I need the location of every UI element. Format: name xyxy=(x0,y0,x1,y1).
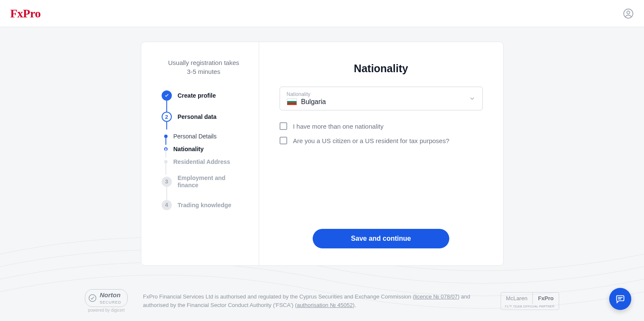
check-icon xyxy=(162,90,172,101)
sidebar: Usually registration takes 3-5 minutes C… xyxy=(141,42,259,265)
step-label: Employment and finance xyxy=(178,175,246,189)
us-citizen-checkbox[interactable] xyxy=(280,137,287,144)
svg-point-1 xyxy=(627,11,630,14)
user-icon[interactable] xyxy=(623,8,634,19)
legal-pre: FxPro Financial Services Ltd is authoris… xyxy=(143,293,414,300)
substep-residential-address[interactable]: Residential Address xyxy=(162,158,246,165)
checkbox-label: Are you a US citizen or a US resident fo… xyxy=(293,137,450,144)
step-label: Create profile xyxy=(178,92,216,99)
page-title: Nationality xyxy=(280,62,483,75)
legal-post: ). xyxy=(353,302,356,308)
flag-icon xyxy=(287,99,297,105)
partner-sub: F1™ TEAM OFFICIAL PARTNER xyxy=(505,304,554,310)
step-number-badge: 4 xyxy=(162,200,172,210)
step-trading-knowledge[interactable]: 4 Trading knowledge xyxy=(162,200,246,210)
substep-personal-details[interactable]: Personal Details xyxy=(162,133,246,140)
footer: Norton SECURED powered by digicert FxPro… xyxy=(0,289,644,313)
sidebar-intro: Usually registration takes 3-5 minutes xyxy=(162,58,246,76)
substep-label: Personal Details xyxy=(174,133,217,140)
licence-link[interactable]: licence № 078/07 xyxy=(414,293,457,300)
brand-logo[interactable]: FxPro xyxy=(10,7,41,20)
select-label: Nationality xyxy=(287,91,326,97)
chat-button[interactable] xyxy=(609,288,631,310)
substep-nationality[interactable]: Nationality xyxy=(162,146,246,152)
shield-check-icon xyxy=(88,293,97,303)
substep-label: Residential Address xyxy=(174,158,230,165)
multi-nationality-checkbox[interactable] xyxy=(280,122,287,130)
chat-icon xyxy=(615,293,626,304)
norton-powered-by: powered by digicert xyxy=(88,308,125,313)
step-label: Trading knowledge xyxy=(178,202,232,208)
partner-badge: McLaren FxPro F1™ TEAM OFFICIAL PARTNER xyxy=(501,292,559,310)
checkbox-label: I have more than one nationality xyxy=(293,123,384,130)
header: FxPro xyxy=(0,0,644,27)
select-value: Bulgaria xyxy=(301,98,326,106)
step-employment-finance[interactable]: 3 Employment and finance xyxy=(162,175,246,189)
save-continue-button[interactable]: Save and continue xyxy=(313,229,449,248)
step-create-profile[interactable]: Create profile xyxy=(162,90,246,101)
nationality-select[interactable]: Nationality Bulgaria xyxy=(280,87,483,110)
intro-line1: Usually registration takes xyxy=(168,59,239,66)
legal-text: FxPro Financial Services Ltd is authoris… xyxy=(143,293,485,309)
norton-title: Norton xyxy=(100,291,120,298)
authorisation-link[interactable]: authorisation № 45052 xyxy=(297,302,353,308)
substep-label: Nationality xyxy=(174,146,204,152)
us-citizen-checkbox-row: Are you a US citizen or a US resident fo… xyxy=(280,137,483,144)
norton-sub: SECURED xyxy=(100,300,121,304)
svg-point-2 xyxy=(89,295,96,302)
intro-line2: 3-5 minutes xyxy=(187,68,220,75)
multi-nationality-checkbox-row: I have more than one nationality xyxy=(280,122,483,130)
step-label: Personal data xyxy=(178,113,217,120)
chevron-down-icon xyxy=(469,95,476,102)
step-list: Create profile 2 Personal data Personal … xyxy=(162,90,246,210)
partner-fxpro: FxPro xyxy=(533,293,559,304)
partner-mclaren: McLaren xyxy=(501,293,533,304)
norton-badge[interactable]: Norton SECURED powered by digicert xyxy=(85,289,128,313)
registration-card: Usually registration takes 3-5 minutes C… xyxy=(141,42,504,266)
main-panel: Nationality Nationality Bulgaria I have … xyxy=(259,42,503,265)
step-personal-data[interactable]: 2 Personal data xyxy=(162,112,246,122)
step-number-badge: 2 xyxy=(162,112,172,122)
